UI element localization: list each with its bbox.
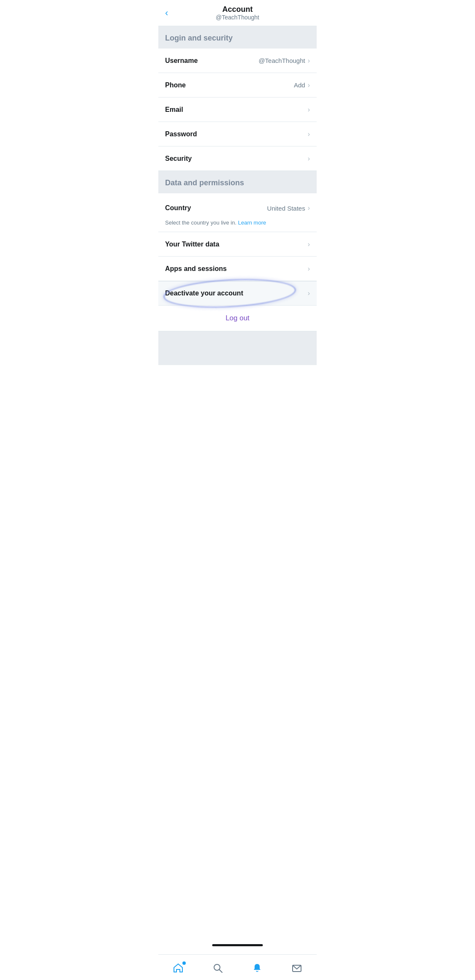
account-handle: @TeachThought bbox=[216, 14, 259, 21]
list-item-right-twitter-data: › bbox=[308, 241, 310, 248]
chevron-icon-deactivate: › bbox=[308, 290, 310, 297]
list-item-left-country: Country bbox=[165, 204, 191, 212]
username-value: @TeachThought bbox=[258, 57, 305, 64]
country-subtext: Select the country you live in. Learn mo… bbox=[158, 218, 317, 232]
list-item-left-password: Password bbox=[165, 130, 197, 138]
country-value: United States bbox=[267, 205, 305, 212]
page-wrapper: ‹ Account @TeachThought Login and securi… bbox=[158, 0, 317, 399]
twitter-data-label: Your Twitter data bbox=[165, 241, 219, 248]
back-button[interactable]: ‹ bbox=[165, 8, 168, 19]
list-item-left-phone: Phone bbox=[165, 81, 186, 89]
username-label: Username bbox=[165, 57, 198, 65]
list-item-right-phone: Add › bbox=[294, 81, 310, 89]
section-header-data-permissions: Data and permissions bbox=[158, 171, 317, 193]
page-title: Account bbox=[216, 5, 259, 14]
country-learn-more-link[interactable]: Learn more bbox=[238, 219, 266, 226]
deactivate-label: Deactivate your account bbox=[165, 290, 243, 297]
list-item-left-deactivate: Deactivate your account bbox=[165, 290, 243, 297]
list-item-password[interactable]: Password › bbox=[158, 122, 317, 146]
phone-label: Phone bbox=[165, 81, 186, 89]
apps-sessions-label: Apps and sessions bbox=[165, 265, 227, 273]
list-item-right-email: › bbox=[308, 106, 310, 114]
list-item-left-email: Email bbox=[165, 106, 183, 114]
phone-value: Add bbox=[294, 81, 305, 89]
bottom-gray-area bbox=[158, 331, 317, 365]
security-label: Security bbox=[165, 155, 192, 162]
list-item-right-country: United States › bbox=[267, 204, 310, 212]
chevron-icon-twitter-data: › bbox=[308, 241, 310, 248]
list-item-twitter-data[interactable]: Your Twitter data › bbox=[158, 232, 317, 257]
list-item-country[interactable]: Country United States › bbox=[158, 193, 317, 218]
section-label-data-permissions: Data and permissions bbox=[165, 179, 244, 187]
chevron-icon-apps-sessions: › bbox=[308, 265, 310, 273]
list-item-username[interactable]: Username @TeachThought › bbox=[158, 49, 317, 73]
chevron-icon-security: › bbox=[308, 155, 310, 162]
header-title-wrap: Account @TeachThought bbox=[216, 5, 259, 21]
chevron-icon-email: › bbox=[308, 106, 310, 114]
header: ‹ Account @TeachThought bbox=[158, 0, 317, 26]
list-item-phone[interactable]: Phone Add › bbox=[158, 73, 317, 97]
country-subtext-text: Select the country you live in. bbox=[165, 219, 236, 226]
section-header-login-security: Login and security bbox=[158, 26, 317, 49]
list-item-right-deactivate: › bbox=[308, 290, 310, 297]
password-label: Password bbox=[165, 130, 197, 138]
list-item-left-apps-sessions: Apps and sessions bbox=[165, 265, 227, 273]
logout-row[interactable]: Log out bbox=[158, 306, 317, 331]
country-label: Country bbox=[165, 204, 191, 212]
list-item-right-security: › bbox=[308, 155, 310, 162]
logout-label[interactable]: Log out bbox=[225, 314, 250, 322]
list-item-security[interactable]: Security › bbox=[158, 146, 317, 171]
list-item-deactivate[interactable]: Deactivate your account › bbox=[158, 281, 317, 306]
list-item-apps-sessions[interactable]: Apps and sessions › bbox=[158, 257, 317, 281]
list-item-left-username: Username bbox=[165, 57, 198, 65]
chevron-icon-country: › bbox=[308, 204, 310, 212]
section-label-login-security: Login and security bbox=[165, 34, 233, 42]
list-item-right-apps-sessions: › bbox=[308, 265, 310, 273]
list-item-left-twitter-data: Your Twitter data bbox=[165, 241, 219, 248]
chevron-icon-username: › bbox=[308, 57, 310, 65]
list-item-left-security: Security bbox=[165, 155, 192, 162]
chevron-icon-phone: › bbox=[308, 81, 310, 89]
list-item-email[interactable]: Email › bbox=[158, 97, 317, 122]
list-item-right-username: @TeachThought › bbox=[258, 57, 310, 65]
chevron-icon-password: › bbox=[308, 130, 310, 138]
email-label: Email bbox=[165, 106, 183, 114]
list-item-right-password: › bbox=[308, 130, 310, 138]
